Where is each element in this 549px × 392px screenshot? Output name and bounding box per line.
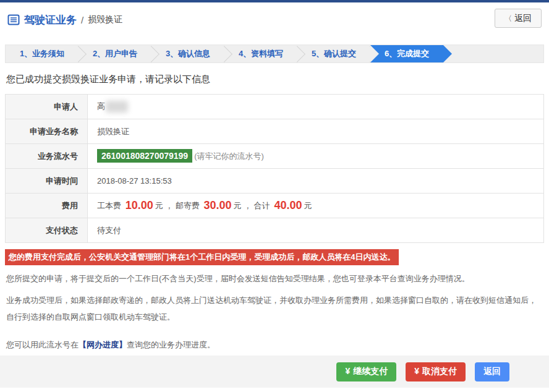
payment-alert-banner: 您的费用支付完成后，公安机关交通管理部门将在1个工作日内受理，受理成功后，邮政人… [5, 249, 399, 265]
return-button[interactable]: 返回 [475, 362, 509, 381]
progress-note-prefix: 您可以用此流水号在 [6, 340, 79, 349]
success-message: 您已成功提交损毁换证业务申请，请记录以下信息 [6, 74, 543, 85]
row-label: 费用 [6, 194, 88, 218]
document-list-icon [7, 14, 20, 26]
breadcrumb: 驾驶证业务 / 损毁换证 [7, 13, 122, 27]
row-label: 支付状态 [6, 218, 88, 243]
step-1-business-notice: 1、业务须知 [6, 45, 79, 62]
row-label: 申请业务名称 [6, 119, 88, 144]
redacted-blur [106, 101, 128, 113]
page-header: 驾驶证业务 / 损毁换证 〈返回 [0, 2, 549, 37]
row-value: 工本费 10.00元 ， 邮寄费 30.00元 ， 合计 40.00元 [88, 194, 544, 218]
breadcrumb-current: 损毁换证 [88, 14, 122, 25]
yen-icon: ¥ [345, 366, 350, 376]
row-label: 申请人 [6, 95, 88, 119]
notice-paragraph-2: 业务成功受理后，如果选择邮政寄递的，邮政人员将上门送达机动车驾驶证，并收取办理业… [6, 292, 543, 325]
row-label: 业务流水号 [6, 144, 88, 169]
breadcrumb-category[interactable]: 驾驶证业务 [24, 13, 77, 27]
breadcrumb-separator: / [81, 15, 83, 25]
step-3-confirm-info: 3、确认信息 [151, 45, 224, 62]
table-row-business-name: 申请业务名称 损毁换证 [6, 119, 544, 144]
table-row-serial-number: 业务流水号 261001808270079199(请牢记你的流水号) [6, 144, 544, 169]
row-value: 损毁换证 [88, 119, 544, 144]
fee-item-suffix: 元 ， [234, 201, 252, 210]
step-2-user-declaration: 2、用户申告 [79, 45, 151, 62]
table-row-applicant: 申请人 高 [6, 95, 544, 119]
row-value: 待支付 [88, 218, 544, 243]
cancel-payment-button[interactable]: ¥取消支付 [406, 362, 466, 381]
fee-item-amount: 30.00 [202, 199, 234, 211]
applicant-name: 高 [97, 101, 105, 111]
step-5-confirm-submit: 5、确认提交 [297, 45, 370, 62]
notice-paragraph-1: 您所提交的申请，将于提交后的一个工作日(不含当天)受理，届时会发送短信告知受理结… [6, 270, 543, 287]
row-label: 申请时间 [6, 169, 88, 194]
fee-item-suffix: 元 ， [155, 201, 174, 210]
row-value: 261001808270079199(请牢记你的流水号) [88, 144, 544, 169]
table-row-payment-status: 支付状态 待支付 [6, 218, 544, 243]
row-value: 高 [88, 95, 544, 119]
progress-note: 您可以用此流水号在【网办进度】查询您的业务办理进度。 [6, 336, 543, 353]
fee-item-amount: 10.00 [124, 199, 155, 211]
progress-note-suffix: 查询您的业务办理进度。 [127, 340, 215, 349]
table-row-fee: 费用 工本费 10.00元 ， 邮寄费 30.00元 ， 合计 40.00元 [6, 194, 544, 218]
fee-item-suffix: 元 [304, 201, 312, 210]
application-info-table: 申请人 高 申请业务名称 损毁换证 业务流水号 2610018082700791… [5, 94, 544, 243]
chevron-left-icon: 〈 [504, 14, 512, 23]
fee-item-name: 合计 [254, 201, 273, 210]
progress-link: 【网办进度】 [79, 340, 127, 349]
yen-icon: ¥ [414, 366, 419, 376]
serial-number-badge: 261001808270079199 [97, 149, 192, 163]
serial-number-note: (请牢记你的流水号) [194, 151, 264, 161]
fee-item-name: 邮寄费 [176, 201, 202, 210]
cancel-payment-label: 取消支付 [422, 366, 457, 376]
table-row-apply-time: 申请时间 2018-08-27 13:15:53 [6, 169, 544, 194]
step-progress-bar: 1、业务须知 2、用户申告 3、确认信息 4、资料填写 5、确认提交 6、完成提… [5, 45, 544, 63]
step-4-fill-data: 4、资料填写 [224, 45, 297, 62]
back-button[interactable]: 〈返回 [495, 9, 542, 28]
continue-payment-button[interactable]: ¥继续支付 [336, 362, 396, 381]
step-6-complete-submit: 6、完成提交 [370, 45, 443, 62]
footer-action-bar: ¥继续支付 ¥取消支付 返回 [0, 356, 549, 388]
continue-payment-label: 继续支付 [353, 366, 388, 376]
row-value: 2018-08-27 13:15:53 [88, 169, 544, 194]
fee-item-name: 工本费 [97, 201, 124, 210]
return-button-label: 返回 [483, 366, 501, 376]
fee-item-amount: 40.00 [272, 199, 304, 211]
back-button-label: 返回 [514, 13, 532, 23]
